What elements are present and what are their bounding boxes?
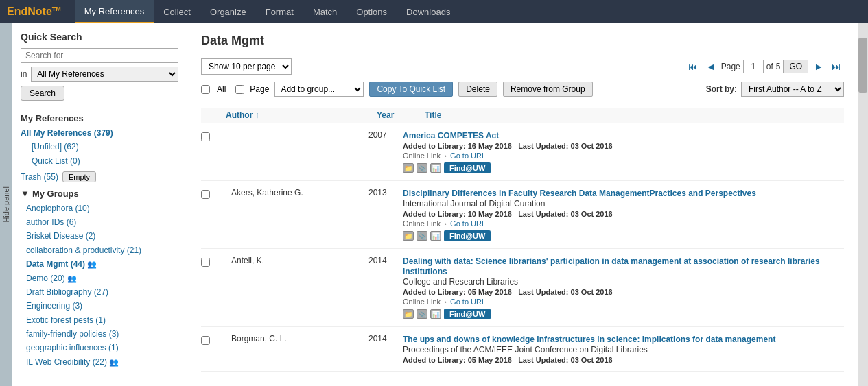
ref-year-1: 2007 [368, 130, 403, 140]
ref-checkbox-1[interactable] [201, 132, 210, 141]
nav-organize[interactable]: Organize [200, 0, 256, 23]
last-page-btn[interactable]: ⏭ [829, 60, 844, 73]
scrollbar-track [858, 23, 868, 386]
nav-downloads[interactable]: Downloads [397, 0, 460, 23]
sort-select[interactable]: First Author -- A to Z First Author -- Z… [741, 82, 844, 97]
group-geographic[interactable]: geographic influences (1) [26, 341, 178, 354]
nav-collect[interactable]: Collect [154, 0, 200, 23]
prev-page-btn[interactable]: ◄ [703, 60, 718, 73]
next-page-btn[interactable]: ► [811, 60, 826, 73]
attach-icon-1[interactable]: 📎 [417, 163, 427, 173]
search-button[interactable]: Search [21, 86, 64, 101]
groups-triangle-icon: ▼ [21, 189, 30, 199]
quick-list-link[interactable]: Quick List (0) [21, 154, 178, 168]
empty-trash-button[interactable]: Empty [62, 171, 96, 182]
app-logo: EndNoteTM [7, 5, 61, 18]
ref-year-4: 2014 [368, 334, 403, 343]
main-content: Data Mgmt Show 10 per page Show 25 per p… [187, 23, 858, 386]
ref-title-4[interactable]: The ups and downs of knowledge infrastru… [403, 335, 775, 344]
go-button[interactable]: GO [783, 60, 808, 73]
unfiled-link[interactable]: [Unfiled] (62) [21, 140, 178, 154]
demo-group-icon [67, 274, 77, 283]
find-uw-btn-1[interactable]: Find@UW [444, 162, 491, 173]
attach-icon-3[interactable]: 📎 [417, 309, 427, 319]
ref-title-3[interactable]: Dealing with data: Science librarians' p… [403, 256, 820, 276]
year-column-header[interactable]: Year [377, 110, 425, 120]
quick-search-title: Quick Search [21, 32, 178, 43]
group-draft-bibliography[interactable]: Draft Bibliography (27) [26, 285, 178, 299]
trash-row: Trash (55) Empty [21, 170, 178, 184]
nav-my-references[interactable]: My References [75, 0, 154, 23]
group-engineering[interactable]: Engineering (3) [26, 299, 178, 313]
trash-link[interactable]: Trash (55) [21, 170, 58, 184]
ref-journal-2: International Journal of Digital Curatio… [403, 199, 844, 208]
chart-icon-2[interactable]: 📊 [430, 231, 441, 241]
page-title: Data Mgmt [201, 34, 844, 48]
group-author-ids[interactable]: author IDs (6) [26, 215, 178, 229]
chart-icon-3[interactable]: 📊 [430, 309, 441, 319]
groups-list: Anoplophora (10) author IDs (6) Brisket … [21, 202, 178, 370]
search-row: in All My References [21, 67, 178, 82]
ref-online-2: Online Link→ Go to URL [403, 219, 844, 228]
my-groups-title: My Groups [32, 189, 79, 199]
find-uw-btn-2[interactable]: Find@UW [444, 230, 491, 241]
nav-match[interactable]: Match [303, 0, 347, 23]
ref-checkbox-2[interactable] [201, 190, 210, 199]
ref-url-link-1[interactable]: Go to URL [450, 152, 486, 160]
group-data-mgmt[interactable]: Data Mgmt (44) [26, 257, 178, 271]
hide-panel-tab[interactable]: Hide panel [0, 23, 12, 386]
group-il-web[interactable]: IL Web Credibility (22) [26, 355, 178, 369]
first-page-btn[interactable]: ⏮ [685, 60, 701, 73]
folder-icon-2[interactable]: 📁 [403, 231, 414, 241]
nav-format[interactable]: Format [256, 0, 303, 23]
group-demo[interactable]: Demo (20) [26, 272, 178, 285]
copy-quick-list-btn[interactable]: Copy To Quick List [369, 82, 453, 97]
find-uw-btn-3[interactable]: Find@UW [444, 309, 491, 319]
page-input[interactable] [743, 60, 764, 73]
right-scrollbar[interactable] [858, 23, 868, 386]
sort-by-container: Sort by: First Author -- A to Z First Au… [706, 82, 844, 97]
ref-title-2[interactable]: Disciplinary Differences in Faculty Rese… [403, 189, 756, 198]
search-input[interactable] [21, 48, 178, 63]
ref-url-link-3[interactable]: Go to URL [450, 298, 486, 306]
sort-by-label: Sort by: [706, 84, 737, 94]
app-name: EndNote [7, 5, 52, 17]
group-family-friendly[interactable]: family-friendly policies (3) [26, 327, 178, 341]
remove-from-group-btn[interactable]: Remove from Group [503, 82, 593, 97]
data-mgmt-group-icon [87, 259, 97, 269]
ref-details-3: Dealing with data: Science librarians' p… [403, 256, 844, 319]
scrollbar-thumb[interactable] [858, 38, 867, 93]
attach-icon-2[interactable]: 📎 [417, 231, 427, 241]
page-label-action: Page [250, 84, 269, 94]
ref-online-1: Online Link→ Go to URL [403, 152, 844, 160]
ref-meta-4: Added to Library: 05 May 2016 Last Updat… [403, 356, 844, 364]
folder-icon-1[interactable]: 📁 [403, 163, 414, 173]
ref-details-2: Disciplinary Differences in Faculty Rese… [403, 188, 844, 241]
ref-url-link-2[interactable]: Go to URL [450, 219, 486, 228]
chart-icon-1[interactable]: 📊 [430, 163, 441, 173]
in-label: in [21, 69, 27, 79]
group-exotic-forest[interactable]: Exotic forest pests (1) [26, 313, 178, 327]
delete-btn[interactable]: Delete [458, 82, 497, 97]
ref-author-2: Akers, Katherine G. [231, 188, 368, 197]
title-column-header[interactable]: Title [425, 110, 844, 120]
toolbar-row: Show 10 per page Show 25 per page Show 5… [201, 58, 844, 75]
add-to-group-select[interactable]: Add to group... [274, 82, 364, 97]
folder-icon-3[interactable]: 📁 [403, 309, 414, 319]
ref-checkbox-3[interactable] [201, 258, 210, 267]
search-scope-select[interactable]: All My References [31, 67, 178, 82]
ref-year-3: 2014 [368, 256, 403, 265]
per-page-select[interactable]: Show 10 per page Show 25 per page Show 5… [201, 58, 292, 75]
ref-checkbox-4[interactable] [201, 336, 210, 345]
ref-title-1[interactable]: America COMPETES Act [403, 131, 499, 141]
ref-journal-3: College and Research Libraries [403, 277, 844, 287]
author-column-header[interactable]: Author [226, 110, 377, 120]
all-my-references-link[interactable]: All My References (379) [21, 126, 178, 140]
ref-details-1: America COMPETES Act Added to Library: 1… [403, 130, 844, 173]
check-page-checkbox[interactable] [235, 85, 244, 94]
group-anoplophora[interactable]: Anoplophora (10) [26, 202, 178, 215]
group-brisket-disease[interactable]: Brisket Disease (2) [26, 229, 178, 243]
nav-options[interactable]: Options [347, 0, 397, 23]
check-all-checkbox[interactable] [201, 85, 210, 94]
group-collaboration[interactable]: collaboration & productivity (21) [26, 243, 178, 257]
